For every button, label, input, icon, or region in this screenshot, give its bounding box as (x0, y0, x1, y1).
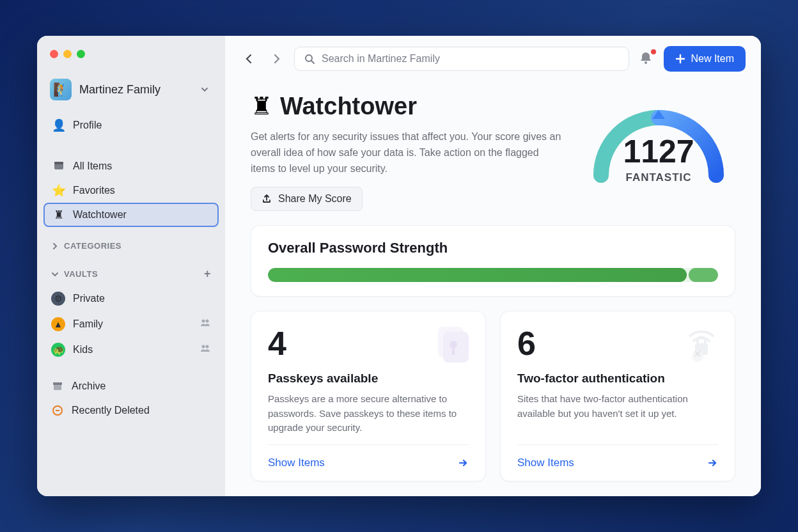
tile-passkeys: 4 Passkeys available Passkeys are a more… (251, 311, 486, 481)
strength-title: Overall Password Strength (268, 240, 718, 256)
vault-label: Kids (73, 344, 93, 356)
star-icon: ⭐ (52, 184, 65, 197)
search-input[interactable] (322, 53, 620, 65)
tile-title: Two-factor authentication (517, 372, 718, 386)
watchtower-icon: ♜ (52, 208, 65, 221)
sidebar-item-watchtower[interactable]: ♜ Watchtower (43, 203, 219, 227)
forward-button[interactable] (267, 50, 285, 68)
vault-item-family[interactable]: ▲ Family (37, 311, 225, 337)
maximize-window-button[interactable] (77, 50, 85, 58)
password-strength-card: Overall Password Strength (251, 225, 735, 297)
all-items-icon (52, 160, 65, 173)
app-window: 🧗 Martinez Family 👤 Profile All Items ⭐ … (37, 36, 761, 496)
share-icon (262, 194, 272, 204)
score-gauge: 1127 FANTASTIC (582, 92, 735, 188)
section-header-label: VAULTS (64, 269, 98, 279)
watchtower-score: 1127 (582, 133, 735, 170)
arrow-right-icon (457, 457, 469, 469)
watchtower-score-label: FANTASTIC (582, 171, 735, 184)
strength-bar-segment-other (689, 268, 718, 282)
notifications-button[interactable] (638, 51, 655, 67)
sidebar-item-recently-deleted[interactable]: Recently Deleted (37, 398, 225, 423)
svg-point-3 (206, 320, 209, 323)
sidebar-item-label: Favorites (73, 185, 115, 196)
tile-description: Sites that have two-factor authenticatio… (517, 392, 718, 435)
archive-icon (51, 380, 64, 393)
sidebar-item-favorites[interactable]: ⭐ Favorites (43, 178, 219, 203)
svg-rect-6 (53, 382, 62, 385)
close-window-button[interactable] (50, 50, 58, 58)
passkey-icon (429, 320, 475, 366)
chevron-down-icon (51, 270, 59, 278)
svg-point-4 (202, 345, 205, 348)
shared-icon (199, 343, 211, 357)
back-button[interactable] (240, 50, 258, 68)
vault-icon: ⚙ (51, 292, 65, 306)
svg-point-5 (206, 345, 209, 348)
add-vault-button[interactable]: + (204, 267, 211, 281)
sidebar-item-archive[interactable]: Archive (37, 374, 225, 398)
sidebar-item-label: Recently Deleted (72, 405, 150, 416)
share-score-button[interactable]: Share My Score (251, 187, 363, 211)
share-score-label: Share My Score (278, 193, 352, 205)
lock-wifi-icon (678, 320, 724, 366)
trash-icon (51, 404, 64, 417)
sidebar: 🧗 Martinez Family 👤 Profile All Items ⭐ … (37, 36, 225, 496)
show-items-link[interactable]: Show Items (517, 457, 574, 469)
vault-item-private[interactable]: ⚙ Private (37, 286, 225, 311)
search-icon (304, 53, 315, 65)
sidebar-item-label: All Items (73, 160, 112, 172)
svg-rect-7 (54, 385, 61, 390)
sidebar-item-label: Archive (72, 380, 106, 392)
notification-badge (651, 49, 656, 54)
sidebar-item-label: Profile (73, 120, 102, 131)
page-content: ♜ Watchtower Get alerts for any security… (225, 81, 761, 496)
chevron-right-icon (51, 242, 59, 250)
new-item-button[interactable]: New Item (664, 46, 746, 72)
arrow-right-icon (707, 457, 718, 469)
tile-description: Passkeys are a more secure alternative t… (268, 392, 469, 435)
tile-footer[interactable]: Show Items (268, 444, 469, 481)
strength-bar-segment-strong (268, 268, 687, 282)
main-content: New Item ♜ Watchtower Get alerts for any… (225, 36, 761, 496)
svg-point-15 (692, 350, 703, 362)
new-item-label: New Item (691, 53, 734, 65)
sidebar-item-label: Watchtower (73, 209, 127, 221)
minimize-window-button[interactable] (63, 50, 72, 58)
plus-icon (675, 54, 685, 64)
chevron-down-icon (199, 84, 210, 95)
sidebar-item-profile[interactable]: 👤 Profile (43, 113, 219, 137)
toolbar: New Item (225, 36, 761, 81)
page-description: Get alerts for any security issues that … (251, 129, 563, 176)
categories-header[interactable]: CATEGORIES (37, 230, 225, 256)
shared-icon (199, 317, 211, 331)
account-switcher[interactable]: 🧗 Martinez Family (37, 74, 225, 111)
svg-point-2 (202, 320, 205, 323)
svg-rect-1 (54, 162, 63, 164)
vault-item-kids[interactable]: 🐢 Kids (37, 337, 225, 363)
tile-footer[interactable]: Show Items (517, 444, 718, 481)
account-name: Martinez Family (79, 83, 192, 97)
watchtower-title-icon: ♜ (251, 92, 272, 120)
vault-label: Private (73, 293, 105, 304)
vaults-header[interactable]: VAULTS + (37, 256, 225, 286)
search-box[interactable] (294, 47, 629, 71)
page-title: Watchtower (280, 93, 417, 120)
svg-point-13 (450, 341, 457, 348)
tile-two-factor: 6 Two-factor authentication Sites that h… (500, 311, 735, 481)
tile-title: Passkeys available (268, 372, 469, 386)
account-avatar: 🧗 (50, 79, 72, 100)
profile-icon: 👤 (52, 119, 65, 132)
vault-icon: ▲ (51, 317, 65, 331)
sidebar-item-all-items[interactable]: All Items (43, 154, 219, 178)
vault-label: Family (73, 318, 103, 330)
window-controls (37, 49, 225, 74)
section-header-label: CATEGORIES (64, 241, 121, 251)
svg-point-10 (645, 61, 647, 64)
vault-icon: 🐢 (51, 343, 65, 357)
strength-bar (268, 268, 718, 282)
show-items-link[interactable]: Show Items (268, 457, 325, 469)
